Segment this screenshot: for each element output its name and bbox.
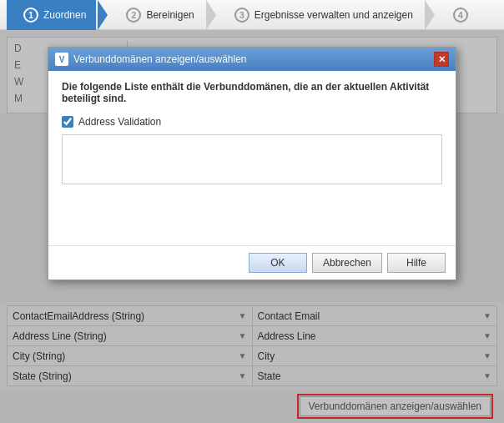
modal-title-text: Verbunddomänen anzeigen/auswählen xyxy=(73,53,247,65)
step-number-2: 2 xyxy=(126,8,141,23)
step-number-3: 3 xyxy=(234,8,249,23)
main-area: D E W M ContactEmailAddress (Str xyxy=(0,30,504,423)
ok-button[interactable]: OK xyxy=(249,253,307,273)
modal-close-button[interactable]: ✕ xyxy=(434,52,449,67)
wizard-step-2[interactable]: 2 Bereinigen xyxy=(109,0,204,30)
modal-body: Die folgende Liste enthält die Verbunddo… xyxy=(48,71,456,245)
address-validation-checkbox[interactable] xyxy=(62,116,73,128)
wizard-arrow-2 xyxy=(206,0,216,30)
modal-icon: V xyxy=(55,53,68,66)
modal-description: Die folgende Liste enthält die Verbunddo… xyxy=(62,81,442,104)
wizard-arrow-1 xyxy=(98,0,108,30)
checkbox-row: Address Validation xyxy=(62,116,442,128)
modal-titlebar: V Verbunddomänen anzeigen/auswählen ✕ xyxy=(48,48,456,71)
wizard-step-3[interactable]: 3 Ergebnisse verwalten und anzeigen xyxy=(218,0,423,30)
modal-icon-symbol: V xyxy=(59,55,65,64)
step-label-3: Ergebnisse verwalten und anzeigen xyxy=(255,9,413,21)
modal-dialog: V Verbunddomänen anzeigen/auswählen ✕ Di… xyxy=(48,47,456,280)
modal-footer: OK Abbrechen Hilfe xyxy=(48,245,456,279)
wizard-arrow-3 xyxy=(425,0,435,30)
modal-overlay: V Verbunddomänen anzeigen/auswählen ✕ Di… xyxy=(0,30,504,423)
step-label-1: Zuordnen xyxy=(43,9,86,21)
step-number-1: 1 xyxy=(23,8,38,23)
wizard-step-4[interactable]: 4 xyxy=(436,0,483,30)
checkbox-label[interactable]: Address Validation xyxy=(78,116,161,128)
help-button[interactable]: Hilfe xyxy=(387,253,446,273)
wizard-bar: 1 Zuordnen 2 Bereinigen 3 Ergebnisse ver… xyxy=(0,0,504,30)
step-number-4: 4 xyxy=(453,8,468,23)
modal-list-area xyxy=(62,134,442,184)
step-label-2: Bereinigen xyxy=(146,9,194,21)
wizard-step-1[interactable]: 1 Zuordnen xyxy=(7,0,96,30)
modal-title-left: V Verbunddomänen anzeigen/auswählen xyxy=(55,53,247,66)
cancel-button[interactable]: Abbrechen xyxy=(312,253,382,273)
